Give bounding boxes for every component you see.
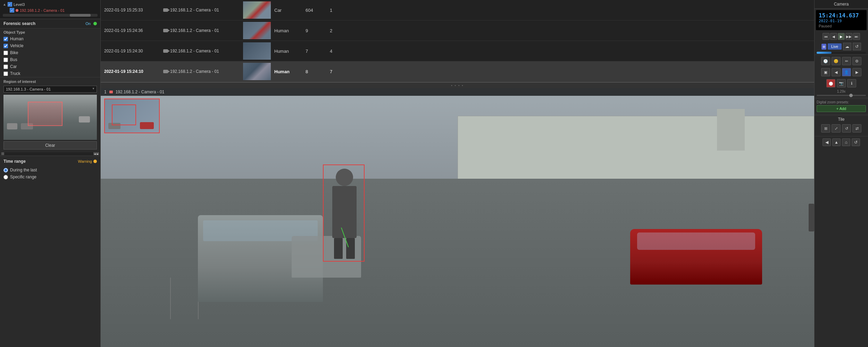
bus-checkbox[interactable] bbox=[3, 58, 8, 62]
inset-thumbnail bbox=[104, 99, 160, 133]
warning-dot bbox=[93, 160, 97, 163]
table-row[interactable]: 2022-01-19 15:24:30 192.168.1.2 - Camera… bbox=[101, 41, 814, 61]
roi-section: Region of interest 192.168.1.3 - Camera … bbox=[0, 77, 100, 152]
bike-checkbox[interactable] bbox=[3, 51, 8, 55]
live-btn[interactable]: Live bbox=[828, 43, 842, 50]
truck-checkbox-row[interactable]: Truck bbox=[0, 70, 100, 77]
tile-expand-btn[interactable]: ⤢ bbox=[832, 124, 841, 133]
digital-zoom-section: Digital zoom presets: + Add bbox=[815, 99, 868, 113]
tree-level-row[interactable]: ▲ ✓ Level3 bbox=[1, 1, 99, 7]
specific-range-radio[interactable] bbox=[3, 175, 8, 179]
car-checkbox-row[interactable]: Car bbox=[0, 63, 100, 70]
forensic-search-title: Forensic search bbox=[3, 21, 35, 26]
table-row[interactable]: 2022-01-19 15:24:36 192.168.1.2 - Camera… bbox=[101, 20, 814, 41]
step-back-btn[interactable]: ◀ bbox=[830, 33, 837, 40]
camera-select-wrap[interactable]: 192.168.1.3 - Camera - 01 192.168.1.2 - … bbox=[3, 86, 97, 93]
zoom-slider[interactable] bbox=[817, 95, 866, 96]
structure-bg bbox=[717, 109, 745, 151]
detection-box bbox=[323, 164, 365, 262]
nav-up-btn[interactable]: ▲ bbox=[832, 138, 841, 146]
human-checkbox-row[interactable]: Human bbox=[0, 35, 100, 42]
truck-checkbox[interactable] bbox=[3, 71, 8, 76]
cam-icon-2 bbox=[163, 29, 168, 32]
cam-number: 1 bbox=[104, 90, 107, 94]
right-panel: Camera 15:24:14.637 2022-01-19 Paused ⏮ … bbox=[814, 0, 868, 347]
level-checkbox[interactable]: ✓ bbox=[8, 2, 12, 7]
clock-icon-btn[interactable]: 🕐 bbox=[821, 57, 830, 65]
car-label: Car bbox=[10, 64, 17, 69]
tree-scrollbar[interactable] bbox=[3, 14, 98, 17]
forensic-on-label: On bbox=[85, 22, 91, 26]
video-main: 1 192.168.1.2 - Camera - 01 bbox=[101, 88, 814, 347]
human-checkbox[interactable] bbox=[3, 37, 8, 41]
camera-row[interactable]: ✓ 192.168.1.2 - Camera - 01 bbox=[1, 7, 99, 13]
nav-home-btn[interactable]: ⌂ bbox=[842, 138, 850, 146]
result-thumb-2 bbox=[243, 22, 271, 39]
forensic-search-header: Forensic search On bbox=[0, 19, 100, 28]
pen-icon-btn[interactable]: ✏ bbox=[842, 57, 851, 65]
play-btn[interactable]: ▶ bbox=[838, 33, 845, 40]
arrow-left-btn[interactable]: ◀ bbox=[832, 68, 841, 76]
warning-badge: Warning bbox=[78, 159, 97, 163]
tile-grid-btn[interactable]: ⊞ bbox=[821, 124, 830, 133]
specific-range-label: Specific range bbox=[10, 175, 36, 179]
warning-text: Warning bbox=[78, 159, 92, 163]
icon-row-1: 🕐 😊 ✏ ⚙ bbox=[815, 56, 868, 67]
during-last-radio[interactable] bbox=[3, 168, 8, 172]
settings-icon-btn[interactable]: ⚙ bbox=[852, 57, 861, 65]
tile-sync-btn[interactable]: ⇄ bbox=[852, 124, 861, 133]
icon-row-2: ▣ ◀ 👤 ▶ bbox=[815, 67, 868, 78]
tile-rotate-btn[interactable]: ↺ bbox=[842, 124, 851, 133]
roi-camera-select[interactable]: 192.168.1.3 - Camera - 01 192.168.1.2 - … bbox=[3, 86, 97, 93]
table-row[interactable]: 2022-01-19 15:25:33 192.168.1.2 - Camera… bbox=[101, 0, 814, 20]
skip-forward-btn[interactable]: ⏭ bbox=[853, 33, 860, 40]
bus-checkbox-row[interactable]: Bus bbox=[0, 56, 100, 63]
video-scene[interactable] bbox=[101, 88, 814, 347]
inset-scene bbox=[105, 99, 159, 133]
roi-scrollbar[interactable]: ◀ ▶ bbox=[1, 152, 99, 155]
bike-checkbox-row[interactable]: Bike bbox=[0, 49, 100, 56]
arrow-right-btn[interactable]: ▶ bbox=[852, 68, 861, 76]
car-checkbox[interactable] bbox=[3, 65, 8, 69]
vehicle-checkbox-row[interactable]: Vehicle bbox=[0, 42, 100, 49]
results-divider[interactable]: • • • • bbox=[101, 83, 814, 88]
video-scroll-handle[interactable] bbox=[809, 204, 814, 231]
refresh-btn[interactable]: ↺ bbox=[853, 43, 861, 50]
roi-rectangle[interactable] bbox=[28, 102, 62, 126]
result-type-4: Human bbox=[274, 69, 302, 74]
result-cam-4: 192.168.1.2 - Camera - 01 bbox=[163, 69, 240, 74]
table-row-selected[interactable]: 2022-01-19 15:24:10 192.168.1.2 - Camera… bbox=[101, 61, 814, 82]
progress-bar[interactable] bbox=[817, 52, 866, 54]
record-icon-btn[interactable]: ⬤ bbox=[826, 79, 835, 87]
result-num2-3: 4 bbox=[330, 49, 344, 54]
add-zoom-btn[interactable]: + Add bbox=[817, 105, 866, 112]
face2-icon-btn[interactable]: 👤 bbox=[842, 68, 851, 76]
skip-back-btn[interactable]: ⏮ bbox=[823, 33, 829, 40]
crop-icon-btn[interactable]: ▣ bbox=[821, 68, 830, 76]
scroll-arrow-left[interactable]: ◀ bbox=[93, 152, 96, 155]
vehicle-checkbox[interactable] bbox=[3, 44, 8, 48]
result-time-2: 2022-01-19 15:24:36 bbox=[104, 28, 160, 33]
during-last-row[interactable]: During the last bbox=[3, 167, 97, 174]
step-forward-btn[interactable]: ▶▶ bbox=[845, 33, 852, 40]
nav-refresh2-btn[interactable]: ↺ bbox=[852, 138, 860, 146]
cloud-btn[interactable]: ☁ bbox=[843, 43, 851, 50]
specific-range-row[interactable]: Specific range bbox=[3, 174, 97, 180]
ptz-icon[interactable]: ⊕ bbox=[821, 44, 826, 50]
clear-button[interactable]: Clear bbox=[3, 141, 97, 150]
result-num2-1: 1 bbox=[330, 8, 344, 13]
inset-roi-rect bbox=[112, 104, 136, 125]
camera-icon-btn[interactable]: 📷 bbox=[837, 79, 846, 87]
thumb-img-2 bbox=[243, 22, 271, 39]
info-icon-btn[interactable]: ℹ bbox=[847, 79, 856, 87]
icon-row-3: ⬤ 📷 ℹ bbox=[815, 78, 868, 89]
separator-3 bbox=[815, 114, 868, 115]
result-cam-3: 192.168.1.2 - Camera - 01 bbox=[163, 49, 240, 53]
scroll-arrow-right[interactable]: ▶ bbox=[96, 152, 99, 155]
face-icon-btn[interactable]: 😊 bbox=[832, 57, 841, 65]
result-num2-4: 7 bbox=[330, 69, 344, 74]
playback-status: Paused bbox=[819, 24, 864, 28]
time-range-header: Time range Warning bbox=[3, 159, 97, 164]
camera-checkbox[interactable]: ✓ bbox=[10, 8, 14, 12]
nav-left-btn[interactable]: ◀ bbox=[823, 138, 831, 146]
